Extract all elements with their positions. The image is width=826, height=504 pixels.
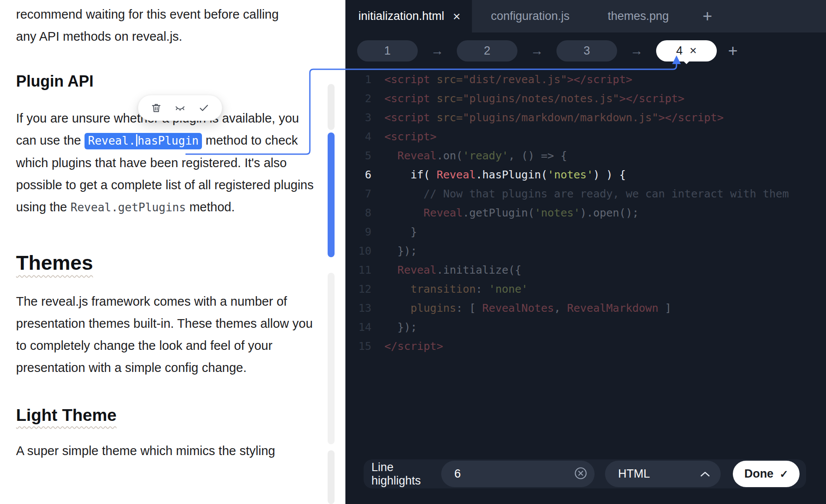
line-number: 15	[345, 340, 371, 352]
line-number: 8	[345, 207, 371, 219]
line-number: 10	[345, 245, 371, 257]
tab-label: configuration.js	[491, 10, 570, 23]
intro-line-2: any API methods on reveal.js.	[16, 26, 319, 48]
step-number: 3	[583, 44, 590, 58]
line-highlights-label: Line highlights	[371, 461, 431, 488]
code-text: transition: 'none'	[384, 283, 528, 295]
app-window: recommend waiting for this event before …	[0, 0, 826, 504]
line-number: 2	[345, 92, 371, 105]
code-line-5[interactable]: 5 Reveal.on('ready', () => {	[345, 146, 826, 165]
add-step-button[interactable]: +	[728, 42, 738, 60]
code-text: Reveal.initialize({	[384, 264, 521, 276]
code-line-13[interactable]: 13 plugins: [ RevealNotes, RevealMarkdow…	[345, 298, 826, 317]
check-icon[interactable]	[198, 102, 210, 114]
step-4-active[interactable]: 4×	[656, 40, 717, 61]
tab-bar: initialization.html×configuration.jsthem…	[345, 0, 826, 32]
step-2[interactable]: 2	[457, 40, 517, 61]
step-3[interactable]: 3	[556, 40, 617, 61]
intro-paragraph-tail: recommend waiting for this event before …	[16, 3, 319, 48]
line-highlights-input[interactable]	[453, 467, 574, 481]
themes-paragraph: The reveal.js framework comes with a num…	[16, 291, 319, 379]
line-number: 3	[345, 111, 371, 124]
step-1[interactable]: 1	[357, 40, 418, 61]
code-text: }	[384, 226, 417, 238]
code-line-6[interactable]: 6 if( Reveal.hasPlugin('notes') ) {	[345, 165, 826, 184]
code-line-3[interactable]: 3<script src="plugins/markdown/markdown.…	[345, 108, 826, 127]
trash-icon[interactable]	[150, 102, 162, 114]
code-text: <script src="plugins/notes/notes.js"></s…	[384, 92, 684, 105]
clear-input-icon[interactable]	[574, 466, 588, 482]
text-cursor	[136, 134, 137, 146]
code-text: if( Reveal.hasPlugin('notes') ) {	[384, 168, 626, 181]
code-line-10[interactable]: 10 });	[345, 241, 826, 260]
line-number: 6	[345, 168, 371, 181]
line-number: 9	[345, 226, 371, 238]
code-line-12[interactable]: 12 transition: 'none'	[345, 279, 826, 298]
code-area: 1<script src="dist/reveal.js"></script>2…	[345, 70, 826, 355]
close-step-icon[interactable]: ×	[689, 45, 696, 57]
add-tab-button[interactable]: +	[692, 0, 722, 32]
code-text: <script>	[384, 130, 436, 143]
active-section-marker[interactable]	[328, 132, 335, 257]
editor-footer: Line highlights HTML Done	[364, 459, 806, 488]
section-marker[interactable]	[328, 450, 335, 504]
tab-configuration-js[interactable]: configuration.js	[472, 0, 589, 32]
code-line-2[interactable]: 2<script src="plugins/notes/notes.js"></…	[345, 89, 826, 108]
step-number: 4	[676, 44, 683, 58]
section-marker[interactable]	[328, 273, 335, 444]
line-number: 14	[345, 321, 371, 333]
tab-themes-png[interactable]: themes.png	[589, 0, 688, 32]
code-text: });	[384, 245, 417, 257]
code-line-4[interactable]: 4<script>	[345, 127, 826, 146]
themes-heading: Themes	[16, 252, 319, 274]
code-line-7[interactable]: 7 // Now that plugins are ready, we can …	[345, 184, 826, 203]
light-theme-paragraph: A super simple theme which mimics the st…	[16, 440, 319, 462]
code-line-8[interactable]: 8 Reveal.getPlugin('notes').open();	[345, 203, 826, 222]
selection-toolbar	[138, 95, 222, 121]
line-number: 7	[345, 187, 371, 200]
line-number: 11	[345, 264, 371, 276]
line-number: 12	[345, 283, 371, 295]
code-line-15[interactable]: 15</script>	[345, 336, 826, 355]
done-button[interactable]: Done ✓	[733, 461, 800, 487]
code-editor-panel: initialization.html×configuration.jsthem…	[345, 0, 826, 504]
code-text: <script src="dist/reveal.js"></script>	[384, 73, 632, 86]
language-select[interactable]: HTML	[605, 461, 721, 487]
step-number: 2	[484, 44, 490, 58]
code-line-11[interactable]: 11 Reveal.initialize({	[345, 260, 826, 279]
code-text: // Now that plugins are ready, we can in…	[384, 187, 789, 200]
tab-initialization-html[interactable]: initialization.html×	[345, 0, 472, 32]
intro-line-1: recommend waiting for this event before …	[16, 3, 319, 26]
chevron-up-icon	[700, 467, 710, 481]
code-line-14[interactable]: 14 });	[345, 317, 826, 336]
light-theme-heading: Light Theme	[16, 406, 319, 424]
check-icon: ✓	[780, 468, 788, 480]
close-tab-icon[interactable]: ×	[453, 10, 461, 23]
documentation-panel: recommend waiting for this event before …	[0, 0, 345, 504]
line-highlights-field	[441, 461, 595, 487]
arrow-right-icon: →	[617, 43, 656, 58]
tab-label: themes.png	[608, 10, 669, 23]
code-line-1[interactable]: 1<script src="dist/reveal.js"></script>	[345, 70, 826, 89]
arrow-right-icon: →	[517, 43, 556, 58]
tab-label: initialization.html	[358, 10, 444, 23]
line-number: 1	[345, 73, 371, 86]
highlighted-code-selection[interactable]: Reveal.hasPlugin	[85, 133, 202, 149]
code-line-9[interactable]: 9 }	[345, 222, 826, 241]
section-marker[interactable]	[328, 84, 335, 130]
highlight-left: Reveal.	[88, 134, 136, 147]
code-text: <script src="plugins/markdown/markdown.j…	[384, 111, 724, 124]
plugin-text-end: method.	[186, 200, 235, 214]
line-number: 4	[345, 130, 371, 143]
steps-bar: 1→2→3→4×+	[345, 32, 826, 62]
eye-off-icon[interactable]	[174, 102, 186, 114]
code-text: Reveal.on('ready', () => {	[384, 149, 567, 162]
language-select-value: HTML	[618, 467, 650, 481]
plugin-api-paragraph: If you are unsure whether a plugin is av…	[16, 107, 319, 219]
highlight-right: hasPlugin	[138, 134, 199, 147]
arrow-right-icon: →	[418, 43, 457, 58]
plugin-api-heading: Plugin API	[16, 73, 319, 90]
line-number: 5	[345, 149, 371, 162]
line-number: 13	[345, 302, 371, 314]
code-text: </script>	[384, 340, 443, 352]
